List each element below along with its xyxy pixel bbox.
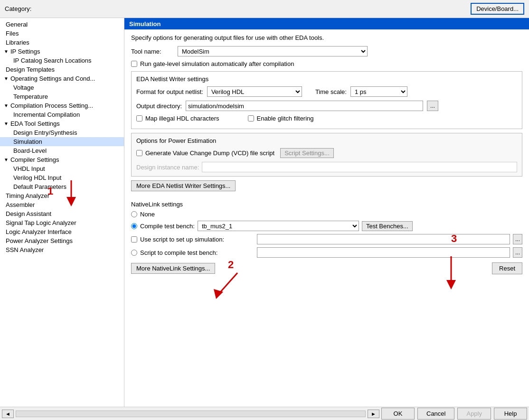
sidebar-item-voltage[interactable]: Voltage <box>0 83 124 92</box>
sidebar-item-timing-analyzer[interactable]: Timing Analyzer <box>0 191 124 200</box>
expand-icon: ▼ <box>4 121 9 126</box>
ok-button[interactable]: OK <box>381 408 415 420</box>
sidebar-item-assembler[interactable]: Assembler <box>0 200 124 209</box>
tool-name-dropdown[interactable]: ModelSim <box>178 46 368 56</box>
right-panel: Simulation Specify options for generatin… <box>124 18 529 407</box>
panel-title: Simulation <box>129 20 161 28</box>
compile-test-bench-label: Compile test bench: <box>140 223 195 230</box>
sidebar-item-incremental-compilation[interactable]: Incremental Compilation <box>0 110 124 119</box>
script-compile-input[interactable] <box>257 247 510 258</box>
panel-header: Simulation <box>124 18 529 29</box>
format-timescale-row: Format for output netlist: Verilog HDL T… <box>136 86 517 97</box>
none-radio[interactable] <box>131 211 137 217</box>
scroll-left-btn[interactable]: ◄ <box>2 410 14 418</box>
output-dir-label: Output directory: <box>136 103 182 110</box>
reset-button[interactable]: Reset <box>492 262 522 274</box>
timescale-dropdown[interactable]: 1 ps <box>350 86 407 97</box>
sidebar-group-operating[interactable]: ▼ Operating Settings and Cond... <box>0 74 124 83</box>
compile-test-bench-dropdown[interactable]: tb_mus2_1 <box>198 221 359 231</box>
tool-name-row: Tool name: ModelSim <box>131 46 522 56</box>
sidebar-group-compilation[interactable]: ▼ Compilation Process Setting... <box>0 101 124 110</box>
generate-vcd-checkbox[interactable] <box>136 150 142 156</box>
sidebar-scrollbar-area: ◄ ► OK Cancel Apply Help <box>0 407 529 420</box>
output-dir-browse[interactable]: ... <box>427 101 438 111</box>
enable-glitch-checkbox[interactable] <box>248 115 254 121</box>
run-gate-level-label: Run gate-level simulation automatically … <box>140 60 294 67</box>
test-benches-button[interactable]: Test Benches... <box>362 221 413 231</box>
use-script-row: Use script to set up simulation: ... <box>131 234 522 244</box>
tool-name-label: Tool name: <box>131 48 174 55</box>
script-compile-label: Script to compile test bench: <box>140 249 254 256</box>
category-label: Category: <box>5 5 31 12</box>
sidebar: General Files Libraries ▼ IP Settings IP… <box>0 18 124 407</box>
use-script-browse[interactable]: ... <box>513 234 522 244</box>
sidebar-group-ip-settings[interactable]: ▼ IP Settings <box>0 47 124 56</box>
design-instance-input[interactable] <box>202 162 517 172</box>
nativelink-title: NativeLink settings <box>131 201 522 208</box>
run-gate-level-row: Run gate-level simulation automatically … <box>131 60 522 67</box>
scroll-right-btn[interactable]: ► <box>368 410 379 418</box>
script-compile-radio[interactable] <box>131 250 137 256</box>
script-compile-browse[interactable]: ... <box>513 247 522 258</box>
script-compile-row: Script to compile test bench: ... <box>131 247 522 258</box>
none-label: None <box>140 211 155 218</box>
enable-glitch-row: Enable glitch filtering <box>248 115 314 122</box>
map-illegal-row: Map illegal HDL characters <box>136 115 219 122</box>
bottom-action-row: More NativeLink Settings... Reset <box>131 262 522 274</box>
sidebar-item-design-templates[interactable]: Design Templates <box>0 65 124 74</box>
eda-netlist-section: EDA Netlist Writer settings Format for o… <box>131 71 522 129</box>
more-nativelink-button[interactable]: More NativeLink Settings... <box>131 263 215 274</box>
more-eda-row: More EDA Netlist Writer Settings... <box>131 180 522 196</box>
use-script-checkbox[interactable] <box>131 236 137 243</box>
sidebar-item-design-assistant[interactable]: Design Assistant <box>0 209 124 218</box>
panel-body: Specify options for generating output fi… <box>124 29 529 407</box>
sidebar-item-power-analyzer[interactable]: Power Analyzer Settings <box>0 236 124 245</box>
design-instance-row: Design instance name: <box>136 162 517 172</box>
expand-icon: ▼ <box>4 49 9 54</box>
timescale-label: Time scale: <box>315 88 347 95</box>
compile-test-bench-row: Compile test bench: tb_mus2_1 Test Bench… <box>131 221 522 231</box>
expand-icon: ▼ <box>4 103 9 108</box>
sidebar-item-temperature[interactable]: Temperature <box>0 92 124 101</box>
horizontal-scrollbar[interactable] <box>16 411 366 417</box>
sidebar-item-verilog[interactable]: Verilog HDL Input <box>0 173 124 182</box>
power-estimation-section: Options for Power Estimation Generate Va… <box>131 133 522 177</box>
sidebar-item-logic-analyzer[interactable]: Logic Analyzer Interface <box>0 227 124 236</box>
eda-netlist-title: EDA Netlist Writer settings <box>136 75 517 83</box>
map-illegal-label: Map illegal HDL characters <box>145 115 219 122</box>
sidebar-item-default-params[interactable]: Default Parameters <box>0 182 124 191</box>
sidebar-item-board-level[interactable]: Board-Level <box>0 146 124 155</box>
sidebar-item-signal-tap[interactable]: Signal Tap Logic Analyzer <box>0 218 124 227</box>
sidebar-item-libraries[interactable]: Libraries <box>0 38 124 47</box>
expand-icon: ▼ <box>4 157 9 162</box>
none-row: None <box>131 211 522 218</box>
two-checkbox-row: Map illegal HDL characters Enable glitch… <box>136 115 517 122</box>
sidebar-item-design-entry[interactable]: Design Entry/Synthesis <box>0 128 124 137</box>
output-dir-input[interactable] <box>186 101 423 111</box>
script-settings-button[interactable]: Script Settings... <box>280 148 334 158</box>
more-eda-button[interactable]: More EDA Netlist Writer Settings... <box>131 180 236 191</box>
sidebar-item-files[interactable]: Files <box>0 29 124 38</box>
dialog-buttons: OK Cancel Apply Help <box>381 408 527 420</box>
expand-icon: ▼ <box>4 76 9 81</box>
sidebar-item-ip-catalog[interactable]: IP Catalog Search Locations <box>0 56 124 65</box>
nativelink-section: NativeLink settings None Compile test be… <box>131 201 522 258</box>
use-script-input[interactable] <box>257 234 510 244</box>
run-gate-level-checkbox[interactable] <box>131 61 137 67</box>
sidebar-group-compiler[interactable]: ▼ Compiler Settings <box>0 155 124 164</box>
power-estimation-title: Options for Power Estimation <box>136 137 517 144</box>
cancel-button[interactable]: Cancel <box>417 408 454 420</box>
sidebar-group-eda[interactable]: ▼ EDA Tool Settings <box>0 119 124 128</box>
device-board-button[interactable]: Device/Board... <box>471 3 524 15</box>
output-dir-row: Output directory: ... <box>136 101 517 111</box>
help-button[interactable]: Help <box>494 408 527 420</box>
sidebar-item-general[interactable]: General <box>0 20 124 29</box>
sidebar-item-ssn-analyzer[interactable]: SSN Analyzer <box>0 245 124 254</box>
compile-test-bench-radio[interactable] <box>131 223 137 229</box>
sidebar-item-vhdl[interactable]: VHDL Input <box>0 164 124 173</box>
generate-vcd-row: Generate Value Change Dump (VCD) file sc… <box>136 148 517 158</box>
sidebar-item-simulation[interactable]: Simulation <box>0 137 124 146</box>
map-illegal-checkbox[interactable] <box>136 115 142 121</box>
apply-button[interactable]: Apply <box>457 408 491 420</box>
format-dropdown[interactable]: Verilog HDL <box>207 86 302 97</box>
